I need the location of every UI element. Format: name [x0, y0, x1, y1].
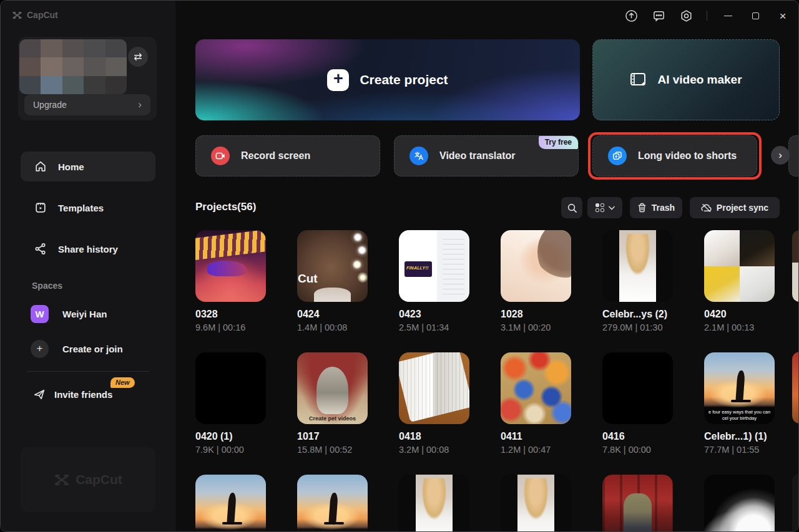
project-thumbnail[interactable]: e four easy ways that you can cel your b… [704, 352, 775, 424]
project-card[interactable]: 0328 9.6M | 00:16 [195, 230, 266, 334]
settings-icon[interactable] [679, 9, 693, 22]
trash-button[interactable]: Trash [630, 197, 682, 218]
project-thumbnail[interactable] [704, 475, 775, 532]
project-card[interactable] [399, 475, 469, 532]
plus-icon: + [31, 340, 49, 358]
project-card[interactable]: Create pet videos 1017 15.8M | 00:52 [297, 352, 368, 456]
chevron-down-icon [609, 206, 615, 210]
project-card[interactable] [195, 475, 266, 532]
sidebar-item-home[interactable]: Home [21, 152, 155, 181]
sidebar-item-share-history[interactable]: Share history [21, 234, 155, 264]
project-thumbnail[interactable] [602, 230, 673, 302]
view-mode-dropdown[interactable] [587, 197, 622, 218]
thumbnail-caption-text: e four easy ways that you can cel your b… [704, 407, 775, 424]
project-card[interactable] [602, 475, 673, 532]
project-name: 1028 [501, 307, 571, 321]
project-card[interactable]: Celebr...ys (2) 279.0M | 01:30 [602, 230, 673, 334]
project-stats: 15.8M | 00:52 [297, 444, 368, 456]
tools-next-button[interactable]: › [771, 146, 790, 165]
project-card[interactable]: 0418 3.2M | 00:08 [399, 352, 469, 456]
project-card[interactable]: FINALLY!! 0423 2.5M | 01:34 [399, 230, 469, 334]
project-thumbnail[interactable] [399, 475, 469, 532]
create-project-button[interactable]: + Create project [195, 39, 580, 120]
project-thumbnail-partial[interactable] [792, 473, 799, 532]
close-button[interactable]: × [776, 9, 790, 22]
project-thumbnail-partial[interactable] [792, 230, 799, 302]
project-card[interactable]: Cut 0424 1.4M | 00:08 [297, 230, 368, 334]
project-stats: 3.1M | 00:20 [501, 322, 571, 334]
project-thumbnail[interactable]: Create pet videos [297, 352, 368, 424]
project-thumbnail-partial[interactable] [792, 352, 799, 423]
space-item-member[interactable]: W Weiyi Han [21, 300, 155, 327]
project-name: 0411 [501, 430, 571, 443]
project-thumbnail[interactable] [501, 230, 571, 302]
project-card[interactable]: 0416 7.8K | 00:00 [602, 352, 673, 456]
spaces-section-label: Spaces [32, 281, 62, 291]
search-button[interactable] [561, 197, 582, 218]
capcut-watermark-icon [54, 474, 70, 486]
create-project-label: Create project [360, 72, 448, 87]
feedback-icon[interactable] [652, 9, 665, 22]
project-sync-button[interactable]: Project sync [690, 197, 780, 218]
film-sparkle-icon [630, 72, 649, 88]
chevron-right-icon: › [138, 99, 142, 111]
project-thumbnail[interactable] [195, 352, 266, 424]
sidebar: Upgrade › Home Templates Share history S… [1, 1, 175, 532]
project-thumbnail[interactable] [399, 352, 469, 424]
maximize-button[interactable] [748, 9, 762, 22]
project-name: 0420 [704, 307, 775, 321]
project-stats: 279.0M | 01:30 [602, 322, 673, 334]
sidebar-watermark: CapCut [21, 447, 155, 512]
next-tool-card-partial[interactable] [788, 135, 799, 177]
trash-label: Trash [652, 203, 675, 213]
project-thumbnail[interactable] [501, 475, 571, 532]
projects-header: Projects(56) [195, 201, 256, 213]
project-thumbnail[interactable]: Cut [297, 230, 368, 302]
project-thumbnail[interactable] [704, 230, 775, 302]
project-card[interactable]: 1028 3.1M | 00:20 [501, 230, 571, 334]
project-card[interactable]: 0411 1.2M | 00:47 [501, 352, 571, 456]
project-card[interactable] [297, 475, 368, 532]
ai-video-maker-button[interactable]: AI video maker [592, 39, 780, 120]
share-icon [34, 243, 47, 255]
invite-friends-button[interactable]: Invite friends [21, 380, 155, 409]
export-icon[interactable] [624, 9, 638, 22]
long-video-to-shorts-label: Long video to shorts [638, 150, 737, 162]
record-screen-button[interactable]: Record screen [195, 135, 380, 177]
cloud-sync-off-icon [701, 203, 712, 213]
profile-card[interactable]: Upgrade › [18, 37, 157, 120]
project-thumbnail[interactable] [195, 230, 266, 302]
minimize-button[interactable] [721, 9, 735, 22]
project-stats: 2.1M | 00:13 [704, 322, 775, 334]
project-card[interactable]: 0420 (1) 7.9K | 00:00 [195, 352, 266, 456]
member-name: Weiyi Han [62, 309, 107, 319]
upgrade-button[interactable]: Upgrade › [24, 94, 150, 115]
project-name: 0416 [602, 430, 673, 443]
project-thumbnail[interactable] [195, 475, 266, 532]
project-thumbnail[interactable]: FINALLY!! [399, 230, 469, 302]
project-card[interactable] [501, 475, 571, 532]
project-thumbnail[interactable] [602, 352, 673, 424]
ai-video-maker-label: AI video maker [657, 73, 742, 87]
sidebar-item-label: Templates [58, 203, 104, 213]
capcut-window: CapCut × [0, 0, 799, 532]
project-card[interactable]: 0420 2.1M | 00:13 [704, 230, 775, 334]
long-video-to-shorts-button[interactable]: Long video to shorts [592, 135, 757, 177]
project-stats: 3.2M | 00:08 [399, 444, 469, 456]
search-icon [567, 203, 577, 213]
project-card[interactable]: e four easy ways that you can cel your b… [704, 352, 775, 456]
project-thumbnail[interactable] [602, 475, 673, 532]
sidebar-item-templates[interactable]: Templates [21, 193, 155, 223]
home-icon [34, 160, 47, 173]
project-thumbnail[interactable] [501, 352, 571, 424]
video-translator-button[interactable]: Video translator Try free [394, 135, 579, 177]
project-name: 0418 [399, 430, 469, 443]
project-card[interactable] [704, 475, 775, 532]
swap-icon [133, 52, 143, 61]
record-screen-icon [211, 147, 230, 165]
create-or-join-button[interactable]: + Create or join [21, 335, 155, 362]
templates-icon [34, 201, 47, 214]
project-name: Celebr...1) (1) [704, 430, 775, 443]
project-thumbnail[interactable] [297, 475, 368, 532]
switch-account-button[interactable] [128, 47, 148, 67]
